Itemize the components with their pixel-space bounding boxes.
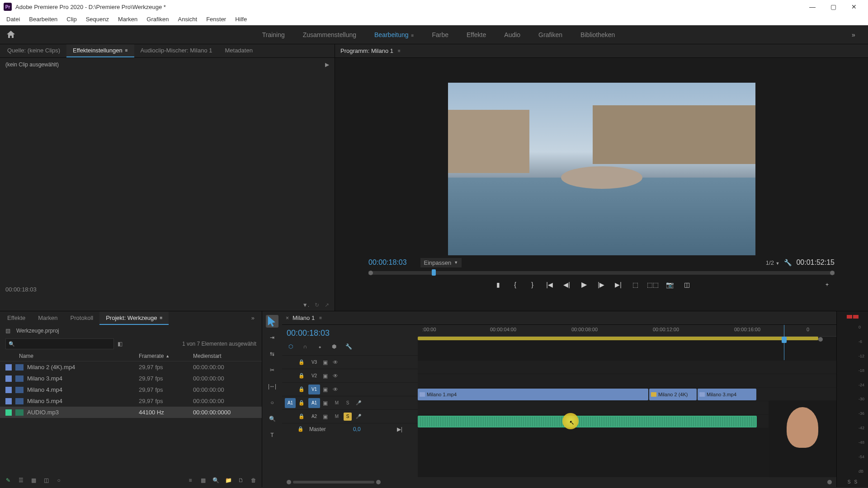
video-clip[interactable]: Milano 1.mp4 xyxy=(418,389,648,400)
workspace-grafiken[interactable]: Grafiken xyxy=(538,29,562,40)
icon-view-icon[interactable]: ▦ xyxy=(30,477,37,484)
tab-protokoll[interactable]: Protokoll xyxy=(64,312,100,325)
extract-button[interactable]: ⬚⬚ xyxy=(648,280,657,289)
col-framerate[interactable]: Framerate▲ xyxy=(139,353,193,359)
menu-hilfe[interactable]: Hilfe xyxy=(231,14,251,24)
audio-meters[interactable]: 0-6-12-18-24-30-36-42-48-54dB SS xyxy=(836,311,868,487)
program-scrubber[interactable] xyxy=(362,270,841,276)
home-button[interactable] xyxy=(5,29,16,40)
lock-icon[interactable]: 🔒 xyxy=(298,359,306,365)
find-icon[interactable]: 🔍 xyxy=(212,477,219,484)
ripple-edit-tool[interactable]: ⇆ xyxy=(266,347,278,360)
bin-icon[interactable]: ▧ xyxy=(5,328,13,334)
track-a2-header[interactable]: 🔒A2▣MS🎤 xyxy=(282,409,418,423)
project-overflow-button[interactable]: » xyxy=(245,312,261,325)
go-to-in-button[interactable]: |◀ xyxy=(545,280,554,289)
lock-icon[interactable]: 🔒 xyxy=(298,400,306,406)
lock-icon[interactable]: 🔒 xyxy=(298,386,306,392)
list-item[interactable]: Milano 3.mp429,97 fps00:00:00:00 xyxy=(0,373,262,384)
sync-lock-icon[interactable]: ▣ xyxy=(323,413,330,420)
video-clip[interactable]: Milano 2 (4K) xyxy=(649,389,697,400)
menu-fenster[interactable]: Fenster xyxy=(202,14,231,24)
list-item[interactable]: AUDIO.mp344100 Hz00:00:00:0000 xyxy=(0,407,262,418)
col-name[interactable]: Name xyxy=(5,353,139,359)
workspace-bearbeitung[interactable]: Bearbeitung≡ xyxy=(374,29,414,40)
close-sequence-button[interactable]: × xyxy=(282,315,292,321)
video-clip[interactable]: Milano 3.mp4 xyxy=(698,389,756,400)
list-view-icon[interactable]: ☰ xyxy=(17,477,24,484)
zoom-slider-icon[interactable]: ○ xyxy=(55,477,62,484)
pen-tool[interactable]: ○ xyxy=(266,396,278,409)
close-button[interactable]: ✕ xyxy=(844,0,864,14)
track-a1-header[interactable]: A1🔒A1▣MS🎤 xyxy=(282,396,418,409)
eye-icon[interactable]: 👁 xyxy=(333,386,340,393)
button-editor-icon[interactable]: + xyxy=(826,282,835,288)
minimize-button[interactable]: — xyxy=(802,0,823,14)
list-item[interactable]: Milano 5.mp429,97 fps00:00:00:00 xyxy=(0,395,262,407)
timeline-zoom-bar[interactable] xyxy=(282,477,836,487)
solo-right-button[interactable]: S xyxy=(854,479,858,484)
track-v1-header[interactable]: 🔒V1▣👁 xyxy=(282,382,418,396)
solo-button[interactable]: S xyxy=(344,413,352,421)
voiceover-icon[interactable]: 🎤 xyxy=(354,413,363,421)
col-medienstart[interactable]: Medienstart xyxy=(193,353,256,359)
track-select-tool[interactable]: ⇥ xyxy=(266,331,278,344)
timeline-timecode[interactable]: 00:00:18:03 xyxy=(287,328,413,338)
mute-button[interactable]: M xyxy=(333,413,341,421)
sync-lock-icon[interactable]: ▣ xyxy=(323,359,330,366)
fit-dropdown[interactable]: Einpassen▼ xyxy=(420,258,462,267)
delete-icon[interactable]: 🗑 xyxy=(250,477,257,484)
workspace-farbe[interactable]: Farbe xyxy=(432,29,448,40)
voiceover-icon[interactable]: 🎤 xyxy=(354,399,363,407)
work-area-bar[interactable] xyxy=(418,337,818,340)
linked-selection-icon[interactable]: ∩ xyxy=(301,343,309,351)
tab-audioclip-mischer[interactable]: Audioclip-Mischer: Milano 1 xyxy=(134,44,219,57)
menu-datei[interactable]: Datei xyxy=(2,14,24,24)
new-item-icon[interactable]: 🗋 xyxy=(237,477,245,484)
mark-in-button[interactable]: { xyxy=(511,280,520,289)
selection-tool[interactable] xyxy=(266,315,278,328)
go-to-out-button[interactable]: ▶| xyxy=(614,280,623,289)
workspace-zusammenstellung[interactable]: Zusammenstellung xyxy=(303,29,356,40)
workspace-overflow-button[interactable]: » xyxy=(852,31,863,38)
list-item[interactable]: Milano 4.mp429,97 fps00:00:00:00 xyxy=(0,384,262,395)
menu-bearbeiten[interactable]: Bearbeiten xyxy=(24,14,62,24)
wrench-icon[interactable]: 🔧 xyxy=(344,343,353,351)
mark-out-button[interactable]: } xyxy=(528,280,537,289)
menu-marken[interactable]: Marken xyxy=(113,14,142,24)
toggle-timeline-view-icon[interactable]: ▶ xyxy=(325,61,329,68)
sync-lock-icon[interactable]: ▣ xyxy=(323,400,330,406)
timeline-panel-menu-icon[interactable]: ≡ xyxy=(319,315,322,320)
filter-icon[interactable]: ▼. xyxy=(302,302,309,308)
list-item[interactable]: Milano 2 (4K).mp429,97 fps00:00:00:00 xyxy=(0,361,262,373)
time-ruler[interactable]: :00:00 00:00:04:00 00:00:08:00 00:00:12:… xyxy=(418,325,836,337)
mute-button[interactable]: M xyxy=(333,399,341,407)
timeline-settings-icon[interactable]: ⬢ xyxy=(330,343,338,351)
tab-effekte[interactable]: Effekte xyxy=(1,312,32,325)
new-bin-icon[interactable]: 📁 xyxy=(225,477,232,484)
add-marker-icon[interactable]: ⬥ xyxy=(316,343,324,351)
export-frame-button[interactable]: 📷 xyxy=(665,280,675,289)
workspace-bibliotheken[interactable]: Bibliotheken xyxy=(580,29,615,40)
write-mode-icon[interactable]: ✎ xyxy=(5,477,12,484)
fx-timecode[interactable]: 00:00:18:03 xyxy=(5,283,329,296)
sort-icon[interactable]: ≡ xyxy=(187,477,194,484)
panel-menu-icon[interactable]: ≡ xyxy=(125,48,128,53)
lock-icon[interactable]: 🔒 xyxy=(298,413,306,419)
step-forward-button[interactable]: |▶ xyxy=(597,280,606,289)
sequence-name[interactable]: Milano 1 xyxy=(292,314,315,321)
program-panel-menu-icon[interactable]: ≡ xyxy=(398,48,401,53)
play-button[interactable]: ▶ xyxy=(580,280,589,289)
type-tool[interactable]: T xyxy=(266,429,278,441)
solo-left-button[interactable]: S xyxy=(848,479,851,484)
master-track-header[interactable]: 🔒Master0,0▶| xyxy=(282,423,418,435)
snap-icon[interactable]: ⬡ xyxy=(287,343,295,351)
goto-icon[interactable]: ▶| xyxy=(397,426,402,432)
menu-ansicht[interactable]: Ansicht xyxy=(173,14,202,24)
filter-bin-icon[interactable]: ◧ xyxy=(118,341,123,347)
tab-quelle[interactable]: Quelle: (keine Clips) xyxy=(1,44,66,57)
settings-wrench-icon[interactable]: 🔧 xyxy=(784,259,792,266)
loop-icon[interactable]: ↻ xyxy=(315,302,319,308)
razor-tool[interactable]: ✂ xyxy=(266,364,278,376)
project-search-input[interactable]: 🔍 xyxy=(5,338,114,349)
